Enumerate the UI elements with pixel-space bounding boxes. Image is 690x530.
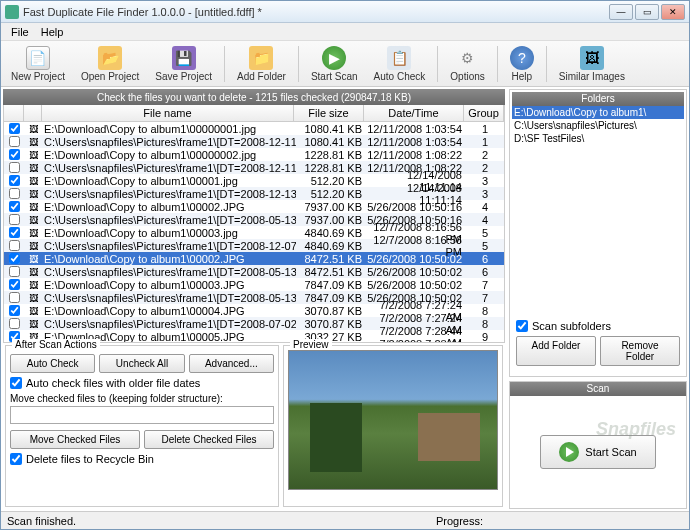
table-row[interactable]: E:\Download\Copy to album1\00000002.jpg1…	[4, 148, 504, 161]
datetime-cell: 12/11/2008 1:03:54	[366, 136, 466, 148]
row-checkbox[interactable]	[9, 188, 20, 199]
options-button[interactable]: ⚙Options	[446, 44, 488, 84]
table-row[interactable]: E:\Download\Copy to album1\00002.JPG8472…	[4, 252, 504, 265]
group-cell: 5	[466, 240, 504, 252]
preview-image	[288, 350, 498, 490]
table-row[interactable]: C:\Users\snapfiles\Pictures\frame1\[DT=2…	[4, 239, 504, 252]
app-icon	[5, 5, 19, 19]
group-cell: 4	[466, 201, 504, 213]
row-checkbox[interactable]	[9, 149, 20, 160]
auto-check-button[interactable]: 📋Auto Check	[370, 44, 430, 84]
add-folder-side-button[interactable]: Add Folder	[516, 336, 596, 366]
filesize-cell: 4840.69 KB	[296, 240, 366, 252]
datetime-cell: 12/11/2008 1:03:54	[366, 123, 466, 135]
close-button[interactable]: ✕	[661, 4, 685, 20]
row-checkbox[interactable]	[9, 292, 20, 303]
filesize-cell: 8472.51 KB	[296, 266, 366, 278]
file-icon	[24, 137, 42, 147]
start-scan-main-button[interactable]: Start Scan	[540, 435, 655, 469]
new-project-button[interactable]: 📄New Project	[7, 44, 69, 84]
group-cell: 6	[466, 266, 504, 278]
remove-folder-button[interactable]: Remove Folder	[600, 336, 680, 366]
row-checkbox[interactable]	[9, 240, 20, 251]
col-filename[interactable]: File name	[42, 105, 294, 121]
folder-item[interactable]: D:\SF TestFiles\	[512, 132, 684, 145]
filename-cell: C:\Users\snapfiles\Pictures\frame1\[DT=2…	[42, 266, 296, 278]
help-button[interactable]: ?Help	[506, 44, 538, 84]
table-row[interactable]: C:\Users\snapfiles\Pictures\frame1\[DT=2…	[4, 135, 504, 148]
file-icon	[24, 215, 42, 225]
datetime-cell: 5/26/2008 10:50:02	[366, 266, 466, 278]
status-text: Scan finished.	[7, 515, 76, 527]
minimize-button[interactable]: —	[609, 4, 633, 20]
filename-cell: E:\Download\Copy to album1\00002.JPG	[42, 201, 296, 213]
menu-file[interactable]: File	[5, 26, 35, 38]
preview-panel: Preview	[283, 345, 503, 507]
play-icon	[559, 442, 579, 462]
file-icon	[24, 124, 42, 134]
similar-images-button[interactable]: 🖼Similar Images	[555, 44, 629, 84]
titlebar: Fast Duplicate File Finder 1.0.0.0 - [un…	[1, 1, 689, 23]
scan-subfolders-checkbox[interactable]: Scan subfolders	[516, 320, 680, 332]
scan-header: Scan	[510, 382, 686, 396]
folder-list[interactable]: E:\Download\Copy to album1\C:\Users\snap…	[512, 106, 684, 316]
file-list[interactable]: E:\Download\Copy to album1\00000001.jpg1…	[3, 122, 505, 343]
table-row[interactable]: E:\Download\Copy to album1\00003.JPG7847…	[4, 278, 504, 291]
row-checkbox[interactable]	[9, 318, 20, 329]
filename-cell: C:\Users\snapfiles\Pictures\frame1\[DT=2…	[42, 240, 296, 252]
filesize-cell: 7847.09 KB	[296, 279, 366, 291]
start-scan-button[interactable]: ▶Start Scan	[307, 44, 362, 84]
row-checkbox[interactable]	[9, 227, 20, 238]
open-project-button[interactable]: 📂Open Project	[77, 44, 143, 84]
menu-help[interactable]: Help	[35, 26, 70, 38]
datetime-cell: 5/26/2008 10:50:02	[366, 253, 466, 265]
maximize-button[interactable]: ▭	[635, 4, 659, 20]
filesize-cell: 7937.00 KB	[296, 201, 366, 213]
row-checkbox[interactable]	[9, 253, 20, 264]
row-checkbox[interactable]	[9, 305, 20, 316]
row-checkbox[interactable]	[9, 162, 20, 173]
row-checkbox[interactable]	[9, 136, 20, 147]
add-folder-button[interactable]: 📁Add Folder	[233, 44, 290, 84]
statusbar: Scan finished. Progress:	[1, 511, 689, 529]
file-icon	[24, 150, 42, 160]
table-row[interactable]: C:\Users\snapfiles\Pictures\frame1\[DT=2…	[4, 265, 504, 278]
auto-check-older-checkbox[interactable]: Auto check files with older file dates	[10, 377, 274, 389]
save-project-button[interactable]: 💾Save Project	[151, 44, 216, 84]
filesize-cell: 1228.81 KB	[296, 162, 366, 174]
file-icon	[24, 280, 42, 290]
table-row[interactable]: C:\Users\snapfiles\Pictures\frame1\[DT=2…	[4, 187, 504, 200]
file-icon	[24, 202, 42, 212]
row-checkbox[interactable]	[9, 123, 20, 134]
table-row[interactable]: E:\Download\Copy to album1\00002.JPG7937…	[4, 200, 504, 213]
col-filesize[interactable]: File size	[294, 105, 364, 121]
uncheck-all-button[interactable]: Uncheck All	[99, 354, 184, 373]
row-checkbox[interactable]	[9, 201, 20, 212]
filename-cell: E:\Download\Copy to album1\00001.jpg	[42, 175, 296, 187]
folder-item[interactable]: E:\Download\Copy to album1\	[512, 106, 684, 119]
file-icon	[24, 163, 42, 173]
table-row[interactable]: E:\Download\Copy to album1\00000001.jpg1…	[4, 122, 504, 135]
recycle-bin-checkbox[interactable]: Delete files to Recycle Bin	[10, 453, 274, 465]
group-cell: 7	[466, 292, 504, 304]
row-checkbox[interactable]	[9, 175, 20, 186]
advanced-button[interactable]: Advanced...	[189, 354, 274, 373]
group-cell: 8	[466, 318, 504, 330]
delete-checked-files-button[interactable]: Delete Checked Files	[144, 430, 274, 449]
folder-item[interactable]: C:\Users\snapfiles\Pictures\	[512, 119, 684, 132]
file-icon	[24, 306, 42, 316]
row-checkbox[interactable]	[9, 214, 20, 225]
filename-cell: E:\Download\Copy to album1\00003.jpg	[42, 227, 296, 239]
col-group[interactable]: Group	[464, 105, 504, 121]
row-checkbox[interactable]	[9, 266, 20, 277]
group-cell: 8	[466, 305, 504, 317]
move-checked-files-button[interactable]: Move Checked Files	[10, 430, 140, 449]
col-datetime[interactable]: Date/Time	[364, 105, 464, 121]
auto-check-action-button[interactable]: Auto Check	[10, 354, 95, 373]
file-icon	[24, 293, 42, 303]
datetime-cell: 5/26/2008 10:50:02	[366, 279, 466, 291]
move-to-input[interactable]	[10, 406, 274, 424]
actions-legend: After Scan Actions	[12, 339, 100, 350]
row-checkbox[interactable]	[9, 279, 20, 290]
filesize-cell: 1080.41 KB	[296, 123, 366, 135]
